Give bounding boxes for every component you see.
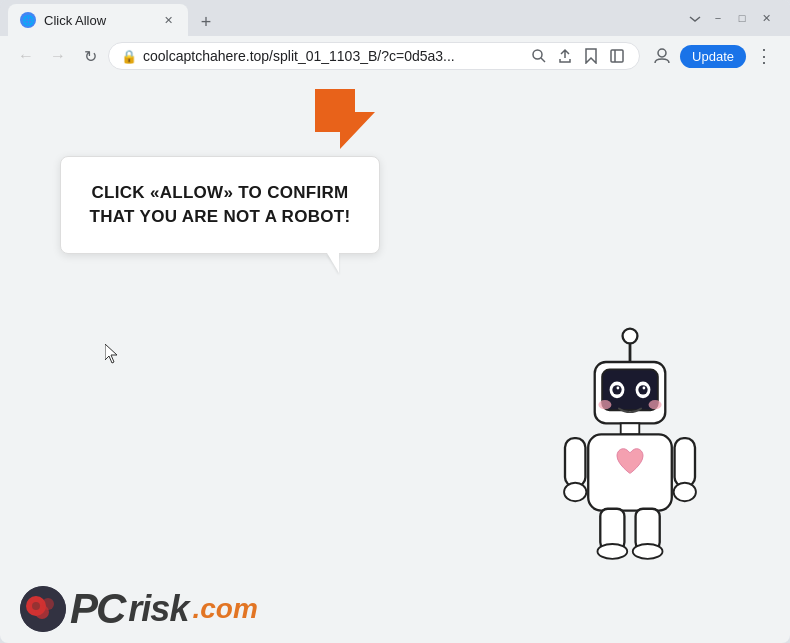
robot-illustration [530,323,730,583]
svg-point-10 [623,329,638,344]
page-content: CLICK «ALLOW» TO CONFIRM THAT YOU ARE NO… [0,76,790,643]
svg-point-14 [612,385,621,394]
svg-point-26 [674,483,696,502]
tab-bar: 🌐 Click Allow ✕ + [8,0,688,36]
svg-marker-2 [586,49,596,63]
more-options-button[interactable]: ⋮ [750,42,778,70]
speech-bubble: CLICK «ALLOW» TO CONFIRM THAT YOU ARE NO… [60,156,380,254]
reload-button[interactable]: ↻ [76,42,104,70]
bubble-text: CLICK «ALLOW» TO CONFIRM THAT YOU ARE NO… [89,181,351,229]
tab-favicon: 🌐 [20,12,36,28]
dotcom-text: .com [192,593,257,625]
forward-button[interactable]: → [44,42,72,70]
risk-text: risk [128,588,188,630]
svg-point-18 [643,387,646,390]
nav-bar: ← → ↻ 🔒 coolcaptchahere.top/split_01_110… [0,36,790,76]
sidebar-icon[interactable] [607,46,627,66]
svg-point-34 [42,598,54,610]
chevron-down-icon [688,13,702,23]
svg-point-0 [533,50,542,59]
address-text: coolcaptchahere.top/split_01_1103_B/?c=0… [143,48,523,64]
nav-right: Update ⋮ [648,42,778,70]
maximize-button[interactable]: □ [734,10,750,26]
address-bar-icons [529,46,627,66]
svg-point-25 [564,483,586,502]
orange-arrow-icon [310,84,390,164]
svg-rect-23 [565,438,585,486]
svg-point-20 [649,400,662,409]
tab-close-button[interactable]: ✕ [160,12,176,28]
new-tab-button[interactable]: + [192,8,220,36]
share-icon[interactable] [555,46,575,66]
pc-logo [20,586,66,632]
back-button[interactable]: ← [12,42,40,70]
svg-point-15 [617,387,620,390]
active-tab[interactable]: 🌐 Click Allow ✕ [8,4,188,36]
mouse-cursor [105,344,121,369]
bookmark-icon[interactable] [581,46,601,66]
pc-text: PC [70,585,124,633]
lock-icon: 🔒 [121,49,137,64]
search-icon[interactable] [529,46,549,66]
svg-point-29 [598,544,628,559]
svg-marker-7 [315,89,375,149]
svg-point-19 [598,400,611,409]
tab-title: Click Allow [44,13,152,28]
svg-point-5 [658,49,666,57]
minimize-button[interactable]: − [710,10,726,26]
svg-line-1 [541,58,545,62]
svg-point-30 [633,544,663,559]
window-controls: − □ ✕ [688,10,782,26]
pcrisk-watermark: PC risk .com [20,585,258,633]
svg-rect-24 [675,438,695,486]
svg-rect-3 [611,50,623,62]
title-bar: 🌐 Click Allow ✕ + − □ ✕ [0,0,790,36]
svg-point-35 [32,602,40,610]
address-bar[interactable]: 🔒 coolcaptchahere.top/split_01_1103_B/?c… [108,42,640,70]
svg-point-17 [638,385,647,394]
svg-marker-8 [105,344,117,363]
chrome-window: 🌐 Click Allow ✕ + − □ ✕ ← → ↻ 🔒 coolcapt… [0,0,790,643]
close-button[interactable]: ✕ [758,10,774,26]
update-button[interactable]: Update [680,45,746,68]
svg-rect-21 [621,423,640,434]
profile-icon[interactable] [648,42,676,70]
